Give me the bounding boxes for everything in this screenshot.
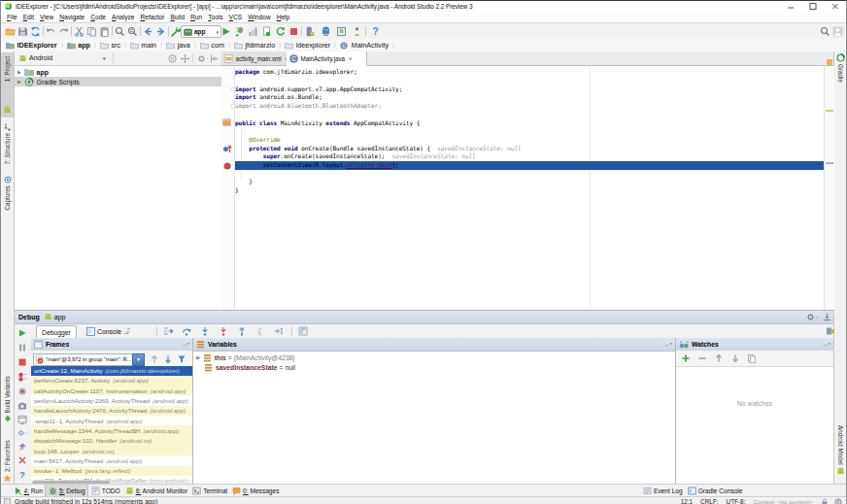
move-watch-down-icon[interactable]: [730, 353, 740, 363]
breadcrumb-app[interactable]: app: [67, 41, 90, 50]
pin-icon[interactable]: →*: [823, 342, 830, 348]
menu-build[interactable]: Build: [167, 14, 187, 20]
pin-icon[interactable]: →*: [182, 342, 189, 348]
frame-row-5[interactable]: handleLaunchActivity:2476, ActivityThrea…: [31, 406, 192, 416]
tool-window-button-favorites[interactable]: 2: Favorites: [1, 440, 14, 487]
file-encoding[interactable]: UTF-8:: [727, 498, 746, 504]
profiler-icon[interactable]: [248, 26, 258, 37]
frame-row-1[interactable]: onCreate:12, MainActivity(com.jfdimarzio…: [31, 366, 192, 376]
pin-tab-icon[interactable]: [17, 442, 27, 452]
tree-item-gradle-scripts[interactable]: ▶ Gradle Scripts: [15, 77, 221, 86]
tab-console[interactable]: Console: [82, 325, 136, 337]
breadcrumb-jfdimarzio[interactable]: jfdimarzio: [234, 41, 275, 50]
duplicate-watch-icon[interactable]: [747, 353, 757, 363]
remove-watch-icon[interactable]: [697, 353, 707, 363]
frame-row-7[interactable]: handleMessage:1344, ActivityThread$H(and…: [31, 425, 192, 435]
menu-code[interactable]: Code: [87, 14, 109, 20]
menu-analyze[interactable]: Analyze: [109, 14, 137, 20]
menu-file[interactable]: File: [4, 14, 20, 20]
breadcrumb-src[interactable]: src: [100, 41, 120, 50]
menu-refactor[interactable]: Refactor: [137, 14, 167, 20]
tool-window-button-build-variants[interactable]: Build Variants: [1, 376, 14, 438]
project-structure-icon[interactable]: [352, 26, 362, 37]
search-everywhere-icon[interactable]: [820, 26, 830, 37]
menu-tools[interactable]: Tools: [205, 14, 225, 20]
view-breakpoints-icon[interactable]: [17, 372, 27, 382]
close-tab-icon[interactable]: ×: [349, 55, 353, 62]
run-with-coverage-icon[interactable]: [261, 26, 272, 37]
pin-icon[interactable]: →*: [664, 342, 672, 348]
editor-error-stripe[interactable]: [824, 66, 834, 310]
rerun-icon[interactable]: [275, 26, 286, 37]
tree-item-app[interactable]: ▶ app: [15, 67, 221, 77]
minimize-button[interactable]: [779, 1, 802, 12]
caret-position[interactable]: 12:1: [681, 498, 693, 504]
close-debug-icon[interactable]: [17, 455, 27, 465]
code-line-10[interactable]: protected void onCreate(Bundle savedInst…: [235, 145, 521, 153]
show-execution-point-icon[interactable]: [163, 326, 173, 336]
pause-icon[interactable]: [17, 343, 27, 353]
thread-dump-icon[interactable]: [17, 401, 27, 411]
step-into-icon[interactable]: [200, 326, 210, 336]
add-watch-icon[interactable]: [681, 353, 691, 363]
save-all-icon[interactable]: [17, 26, 28, 37]
menu-help[interactable]: Help: [274, 14, 293, 20]
evaluate-expression-icon[interactable]: [298, 326, 308, 336]
open-icon[interactable]: [5, 26, 16, 37]
chevron-down-icon[interactable]: ▾: [103, 55, 106, 61]
android-device-monitor-icon[interactable]: [336, 26, 347, 37]
run-icon[interactable]: [220, 26, 231, 37]
run-to-cursor-icon[interactable]: [274, 326, 284, 336]
code-line-12[interactable]: setContentView(R.layout.activity_main);: [235, 161, 399, 170]
frame-row-3[interactable]: callActivityOnCreate:1107, Instrumentati…: [31, 386, 192, 395]
back-icon[interactable]: [143, 26, 153, 37]
code-editor[interactable]: package com.jfdimarzio.ideexplorer;impor…: [221, 66, 824, 310]
redo-icon[interactable]: [58, 26, 69, 37]
status-message[interactable]: Gradle build finished in 12s 514ms (mome…: [15, 498, 157, 504]
frame-row-6[interactable]: -wrap11:-1, ActivityThread(android.app): [31, 416, 192, 425]
settings-gear-icon[interactable]: [197, 54, 209, 63]
frame-row-4[interactable]: performLaunchActivity:2369, ActivityThre…: [31, 395, 192, 405]
breadcrumb-ideexplorer[interactable]: IDEExplorer: [6, 41, 57, 50]
frame-row-8[interactable]: dispatchMessage:102, Handler(android.os): [31, 436, 192, 446]
mute-breakpoints-icon[interactable]: [17, 386, 27, 396]
tool-window-button-captures[interactable]: Captures: [1, 176, 14, 217]
find-icon[interactable]: [115, 26, 125, 37]
code-line-14[interactable]: }: [235, 178, 253, 186]
code-line-11[interactable]: super.onCreate(savedInstanceState); save…: [235, 152, 476, 161]
frame-up-icon[interactable]: [150, 354, 159, 364]
help-icon[interactable]: ?: [370, 26, 381, 37]
hector-inspector-icon[interactable]: [834, 498, 842, 504]
tab-debugger[interactable]: Debugger: [36, 325, 77, 339]
breakpoint-icon[interactable]: [223, 162, 231, 170]
step-over-icon[interactable]: [182, 326, 191, 336]
filter-frames-icon[interactable]: [177, 354, 186, 364]
replace-icon[interactable]: [127, 26, 138, 37]
tab-mainactivity-java[interactable]: C MainActivity.java ×: [287, 51, 367, 66]
menu-window[interactable]: Window: [245, 14, 273, 20]
force-step-into-icon[interactable]: [219, 326, 228, 336]
paste-icon[interactable]: [99, 26, 110, 37]
code-line-15[interactable]: }: [235, 186, 239, 195]
close-button[interactable]: [824, 1, 847, 12]
breadcrumb-java[interactable]: java: [166, 41, 190, 50]
drop-frame-icon[interactable]: [255, 326, 265, 336]
collapse-all-icon[interactable]: [168, 54, 177, 63]
tab-activity-main-xml[interactable]: activity_main.xml ×: [221, 51, 292, 65]
lock-icon[interactable]: [821, 498, 829, 504]
sdk-manager-icon[interactable]: [321, 26, 331, 37]
thread-selector[interactable]: "main"@3,972 in group "main": R... ▼: [33, 353, 145, 366]
step-out-icon[interactable]: [237, 326, 247, 336]
restore-layout-icon[interactable]: [17, 415, 27, 424]
frame-down-icon[interactable]: [163, 354, 173, 364]
stop-icon[interactable]: [17, 357, 27, 367]
variable-row-savedinstancestate[interactable]: savedInstanceState = null: [193, 363, 675, 374]
menu-run[interactable]: Run: [187, 14, 205, 20]
copy-icon[interactable]: [86, 26, 97, 37]
toggle-tool-buttons-icon[interactable]: [4, 498, 11, 504]
fold-marker-icon[interactable]: [230, 103, 236, 109]
sync-icon[interactable]: [30, 26, 41, 37]
forward-icon[interactable]: [155, 26, 166, 37]
settings-gear-icon[interactable]: [806, 313, 818, 321]
code-line-5[interactable]: import android.bluetooth.BluetoothAdapte…: [235, 102, 382, 111]
